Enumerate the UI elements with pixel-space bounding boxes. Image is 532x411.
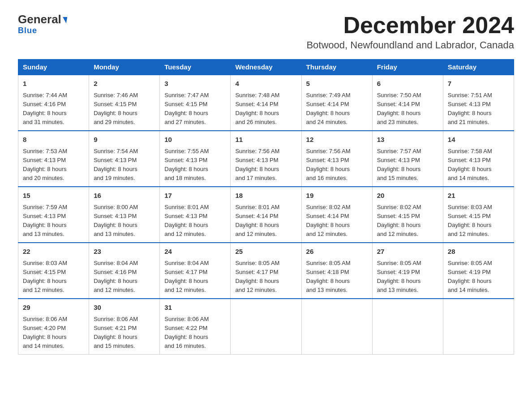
day-number: 18 bbox=[235, 191, 296, 201]
week-row-3: 15Sunrise: 7:59 AMSunset: 4:13 PMDayligh… bbox=[18, 187, 514, 243]
day-info: Sunrise: 8:01 AMSunset: 4:13 PMDaylight:… bbox=[164, 203, 226, 239]
day-info: Sunrise: 8:05 AMSunset: 4:18 PMDaylight:… bbox=[306, 259, 368, 295]
week-row-2: 8Sunrise: 7:53 AMSunset: 4:13 PMDaylight… bbox=[18, 131, 514, 187]
week-row-1: 1Sunrise: 7:44 AMSunset: 4:16 PMDaylight… bbox=[18, 75, 514, 131]
empty-cell bbox=[301, 299, 372, 355]
day-cell-3: 3Sunrise: 7:47 AMSunset: 4:15 PMDaylight… bbox=[160, 75, 231, 131]
header-tuesday: Tuesday bbox=[160, 60, 231, 75]
day-number: 12 bbox=[306, 135, 368, 145]
day-number: 11 bbox=[235, 135, 296, 145]
day-number: 26 bbox=[306, 247, 368, 257]
day-cell-26: 26Sunrise: 8:05 AMSunset: 4:18 PMDayligh… bbox=[301, 243, 372, 299]
day-number: 10 bbox=[164, 135, 226, 145]
title-area: December 2024 Botwood, Newfoundland and … bbox=[306, 13, 514, 51]
day-info: Sunrise: 7:59 AMSunset: 4:13 PMDaylight:… bbox=[23, 203, 84, 239]
day-number: 3 bbox=[164, 79, 226, 89]
day-cell-25: 25Sunrise: 8:05 AMSunset: 4:17 PMDayligh… bbox=[231, 243, 301, 299]
day-cell-4: 4Sunrise: 7:48 AMSunset: 4:14 PMDaylight… bbox=[231, 75, 301, 131]
day-cell-16: 16Sunrise: 8:00 AMSunset: 4:13 PMDayligh… bbox=[89, 187, 160, 243]
logo-general-text: General bbox=[18, 13, 61, 25]
day-cell-31: 31Sunrise: 8:06 AMSunset: 4:22 PMDayligh… bbox=[160, 299, 231, 355]
header-sunday: Sunday bbox=[18, 60, 89, 75]
day-cell-19: 19Sunrise: 8:02 AMSunset: 4:14 PMDayligh… bbox=[301, 187, 372, 243]
day-cell-11: 11Sunrise: 7:56 AMSunset: 4:13 PMDayligh… bbox=[231, 131, 301, 187]
header-thursday: Thursday bbox=[301, 60, 372, 75]
header-monday: Monday bbox=[89, 60, 160, 75]
logo-arrow-icon bbox=[62, 17, 67, 23]
day-info: Sunrise: 7:57 AMSunset: 4:13 PMDaylight:… bbox=[377, 147, 438, 183]
day-number: 25 bbox=[235, 247, 296, 257]
empty-cell bbox=[372, 299, 443, 355]
day-number: 13 bbox=[377, 135, 438, 145]
day-number: 7 bbox=[448, 79, 509, 89]
day-cell-18: 18Sunrise: 8:01 AMSunset: 4:14 PMDayligh… bbox=[231, 187, 301, 243]
day-cell-12: 12Sunrise: 7:56 AMSunset: 4:13 PMDayligh… bbox=[301, 131, 372, 187]
day-cell-5: 5Sunrise: 7:49 AMSunset: 4:14 PMDaylight… bbox=[301, 75, 372, 131]
day-info: Sunrise: 8:06 AMSunset: 4:21 PMDaylight:… bbox=[94, 315, 155, 351]
calendar-body: 1Sunrise: 7:44 AMSunset: 4:16 PMDaylight… bbox=[18, 75, 514, 355]
day-cell-6: 6Sunrise: 7:50 AMSunset: 4:14 PMDaylight… bbox=[372, 75, 443, 131]
page-header: General Blue December 2024 Botwood, Newf… bbox=[18, 13, 514, 51]
day-cell-22: 22Sunrise: 8:03 AMSunset: 4:15 PMDayligh… bbox=[18, 243, 89, 299]
header-row: SundayMondayTuesdayWednesdayThursdayFrid… bbox=[18, 60, 514, 75]
day-cell-7: 7Sunrise: 7:51 AMSunset: 4:13 PMDaylight… bbox=[443, 75, 514, 131]
day-info: Sunrise: 7:53 AMSunset: 4:13 PMDaylight:… bbox=[23, 147, 84, 183]
day-cell-14: 14Sunrise: 7:58 AMSunset: 4:13 PMDayligh… bbox=[443, 131, 514, 187]
day-info: Sunrise: 8:01 AMSunset: 4:14 PMDaylight:… bbox=[235, 203, 296, 239]
week-row-4: 22Sunrise: 8:03 AMSunset: 4:15 PMDayligh… bbox=[18, 243, 514, 299]
month-year-title: December 2024 bbox=[306, 13, 514, 37]
day-cell-24: 24Sunrise: 8:04 AMSunset: 4:17 PMDayligh… bbox=[160, 243, 231, 299]
day-cell-27: 27Sunrise: 8:05 AMSunset: 4:19 PMDayligh… bbox=[372, 243, 443, 299]
day-cell-13: 13Sunrise: 7:57 AMSunset: 4:13 PMDayligh… bbox=[372, 131, 443, 187]
day-number: 1 bbox=[23, 79, 84, 89]
day-number: 22 bbox=[23, 247, 84, 257]
day-number: 19 bbox=[306, 191, 368, 201]
day-number: 17 bbox=[164, 191, 226, 201]
header-wednesday: Wednesday bbox=[231, 60, 301, 75]
day-number: 6 bbox=[377, 79, 438, 89]
day-number: 29 bbox=[23, 303, 84, 313]
day-info: Sunrise: 7:50 AMSunset: 4:14 PMDaylight:… bbox=[377, 91, 438, 127]
day-cell-1: 1Sunrise: 7:44 AMSunset: 4:16 PMDaylight… bbox=[18, 75, 89, 131]
day-info: Sunrise: 8:04 AMSunset: 4:16 PMDaylight:… bbox=[94, 259, 155, 295]
day-info: Sunrise: 8:06 AMSunset: 4:20 PMDaylight:… bbox=[23, 315, 84, 351]
day-number: 15 bbox=[23, 191, 84, 201]
day-info: Sunrise: 7:56 AMSunset: 4:13 PMDaylight:… bbox=[235, 147, 296, 183]
day-number: 21 bbox=[448, 191, 509, 201]
day-info: Sunrise: 7:54 AMSunset: 4:13 PMDaylight:… bbox=[94, 147, 155, 183]
day-cell-30: 30Sunrise: 8:06 AMSunset: 4:21 PMDayligh… bbox=[89, 299, 160, 355]
day-number: 4 bbox=[235, 79, 296, 89]
day-cell-10: 10Sunrise: 7:55 AMSunset: 4:13 PMDayligh… bbox=[160, 131, 231, 187]
day-cell-9: 9Sunrise: 7:54 AMSunset: 4:13 PMDaylight… bbox=[89, 131, 160, 187]
day-info: Sunrise: 7:56 AMSunset: 4:13 PMDaylight:… bbox=[306, 147, 368, 183]
day-info: Sunrise: 8:03 AMSunset: 4:15 PMDaylight:… bbox=[448, 203, 509, 239]
day-info: Sunrise: 7:47 AMSunset: 4:15 PMDaylight:… bbox=[164, 91, 226, 127]
day-number: 14 bbox=[448, 135, 509, 145]
day-info: Sunrise: 8:00 AMSunset: 4:13 PMDaylight:… bbox=[94, 203, 155, 239]
day-number: 30 bbox=[94, 303, 155, 313]
header-saturday: Saturday bbox=[443, 60, 514, 75]
day-number: 23 bbox=[94, 247, 155, 257]
day-number: 28 bbox=[448, 247, 509, 257]
day-info: Sunrise: 7:46 AMSunset: 4:15 PMDaylight:… bbox=[94, 91, 155, 127]
day-number: 5 bbox=[306, 79, 368, 89]
day-cell-15: 15Sunrise: 7:59 AMSunset: 4:13 PMDayligh… bbox=[18, 187, 89, 243]
day-number: 20 bbox=[377, 191, 438, 201]
day-info: Sunrise: 8:03 AMSunset: 4:15 PMDaylight:… bbox=[23, 259, 84, 295]
day-info: Sunrise: 7:51 AMSunset: 4:13 PMDaylight:… bbox=[448, 91, 509, 127]
day-cell-8: 8Sunrise: 7:53 AMSunset: 4:13 PMDaylight… bbox=[18, 131, 89, 187]
calendar-table: SundayMondayTuesdayWednesdayThursdayFrid… bbox=[18, 59, 514, 355]
day-info: Sunrise: 8:02 AMSunset: 4:15 PMDaylight:… bbox=[377, 203, 438, 239]
day-cell-28: 28Sunrise: 8:05 AMSunset: 4:19 PMDayligh… bbox=[443, 243, 514, 299]
empty-cell bbox=[443, 299, 514, 355]
day-cell-17: 17Sunrise: 8:01 AMSunset: 4:13 PMDayligh… bbox=[160, 187, 231, 243]
day-info: Sunrise: 8:05 AMSunset: 4:17 PMDaylight:… bbox=[235, 259, 296, 295]
day-number: 24 bbox=[164, 247, 226, 257]
day-info: Sunrise: 8:05 AMSunset: 4:19 PMDaylight:… bbox=[377, 259, 438, 295]
day-cell-21: 21Sunrise: 8:03 AMSunset: 4:15 PMDayligh… bbox=[443, 187, 514, 243]
day-number: 27 bbox=[377, 247, 438, 257]
day-info: Sunrise: 7:49 AMSunset: 4:14 PMDaylight:… bbox=[306, 91, 368, 127]
day-cell-2: 2Sunrise: 7:46 AMSunset: 4:15 PMDaylight… bbox=[89, 75, 160, 131]
header-friday: Friday bbox=[372, 60, 443, 75]
day-number: 2 bbox=[94, 79, 155, 89]
